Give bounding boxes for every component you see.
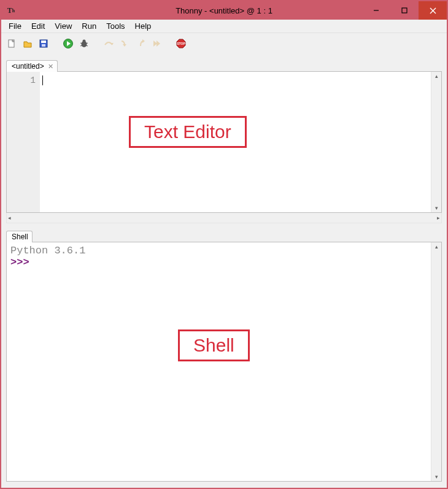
scroll-down-icon[interactable]: ▾: [435, 474, 438, 480]
shell-banner: Python 3.6.1: [10, 245, 427, 256]
menu-tools[interactable]: Tools: [101, 20, 129, 32]
editor-tab-label: <untitled>: [12, 62, 44, 71]
shell-prompt: >>>: [10, 256, 29, 268]
code-editor[interactable]: [40, 72, 431, 212]
resume-button[interactable]: [150, 37, 163, 50]
close-tab-icon[interactable]: ✕: [48, 63, 53, 70]
svg-point-11: [83, 40, 86, 43]
editor-horizontal-scrollbar[interactable]: ◂ ▸: [6, 213, 442, 223]
svg-marker-17: [123, 44, 126, 47]
save-button[interactable]: [37, 37, 50, 50]
shell-panel: Shell Python 3.6.1 >>> ▴ ▾ Shell: [6, 228, 442, 482]
new-file-button[interactable]: [5, 37, 18, 50]
scroll-left-icon[interactable]: ◂: [8, 215, 11, 221]
scroll-up-icon[interactable]: ▴: [435, 73, 438, 79]
menu-view[interactable]: View: [50, 20, 77, 32]
menu-file[interactable]: File: [4, 20, 26, 32]
line-number: 1: [7, 75, 36, 85]
titlebar[interactable]: Th Thonny - <untitled> @ 1 : 1: [1, 1, 447, 20]
content-area: <untitled> ✕ 1 ▴ ▾ ◂ ▸ Text: [1, 54, 447, 488]
shell-vertical-scrollbar[interactable]: ▴ ▾: [431, 242, 441, 481]
editor-box: 1 ▴ ▾: [6, 71, 442, 213]
debug-button[interactable]: [77, 37, 91, 50]
app-window: Th Thonny - <untitled> @ 1 : 1 File Edit…: [0, 0, 448, 489]
menu-help[interactable]: Help: [130, 20, 156, 32]
maximize-button[interactable]: [390, 1, 419, 20]
shell-tab-label: Shell: [12, 233, 28, 241]
shell-output[interactable]: Python 3.6.1 >>>: [7, 242, 431, 481]
menubar: File Edit View Run Tools Help: [1, 20, 447, 33]
step-into-button[interactable]: [118, 37, 131, 50]
editor-tab[interactable]: <untitled> ✕: [6, 60, 58, 72]
text-cursor: [42, 75, 43, 85]
run-button[interactable]: [61, 37, 75, 50]
close-button[interactable]: [419, 1, 447, 20]
editor-panel: <untitled> ✕ 1 ▴ ▾ ◂ ▸ Text: [6, 58, 442, 223]
svg-rect-6: [41, 40, 46, 43]
menu-run[interactable]: Run: [77, 20, 101, 32]
svg-marker-20: [156, 40, 160, 47]
minimize-button[interactable]: [362, 1, 390, 20]
open-file-button[interactable]: [21, 37, 34, 50]
shell-tab[interactable]: Shell: [6, 231, 33, 242]
toolbar: STOP: [1, 33, 447, 54]
step-out-button[interactable]: [134, 37, 147, 50]
svg-text:STOP: STOP: [177, 42, 185, 45]
menu-edit[interactable]: Edit: [26, 20, 50, 32]
svg-rect-7: [42, 44, 45, 47]
svg-marker-18: [142, 39, 145, 43]
shell-box: Python 3.6.1 >>> ▴ ▾: [6, 242, 442, 482]
line-gutter: 1: [7, 72, 40, 212]
app-icon: Th: [6, 6, 16, 15]
stop-button[interactable]: STOP: [174, 37, 188, 50]
shell-tab-strip: Shell: [6, 228, 442, 242]
svg-rect-1: [402, 8, 407, 13]
scroll-right-icon[interactable]: ▸: [437, 215, 440, 221]
editor-vertical-scrollbar[interactable]: ▴ ▾: [431, 72, 441, 212]
editor-tab-strip: <untitled> ✕: [6, 58, 442, 71]
window-controls: [362, 1, 447, 20]
scroll-up-icon[interactable]: ▴: [435, 244, 438, 250]
step-over-button[interactable]: [102, 37, 115, 50]
scroll-down-icon[interactable]: ▾: [435, 205, 438, 211]
